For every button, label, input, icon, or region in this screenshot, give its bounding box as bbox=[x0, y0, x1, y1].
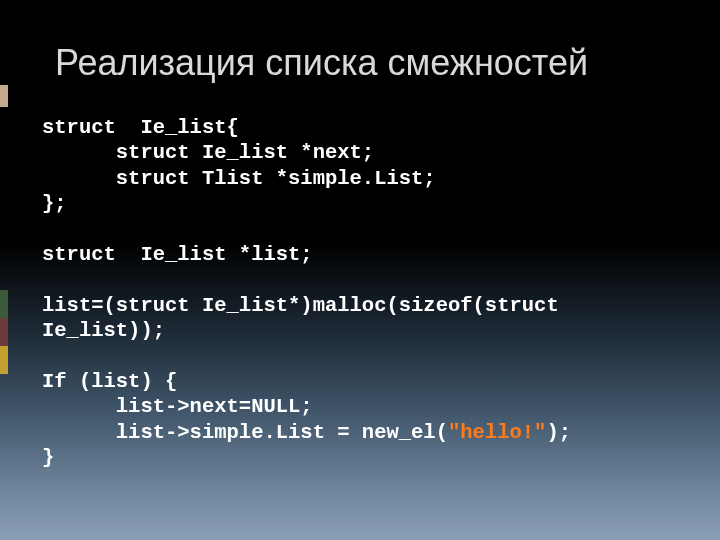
slide: Реализация списка смежностей struct Ie_l… bbox=[0, 0, 720, 540]
code-line: If (list) { bbox=[42, 370, 177, 393]
code-line: }; bbox=[42, 192, 67, 215]
code-line: list->next=NULL; bbox=[42, 395, 313, 418]
accent-seg-tan bbox=[0, 85, 8, 107]
slide-title: Реализация списка смежностей bbox=[55, 42, 690, 84]
code-line-part: ); bbox=[546, 421, 571, 444]
code-line: list=(struct Ie_list*)malloc(sizeof(stru… bbox=[42, 294, 559, 317]
code-line: } bbox=[42, 446, 54, 469]
code-block: struct Ie_list{ struct Ie_list *next; st… bbox=[42, 115, 690, 471]
accent-seg-green bbox=[0, 290, 8, 318]
string-literal: "hello!" bbox=[448, 421, 546, 444]
code-line: struct Ie_list{ bbox=[42, 116, 239, 139]
accent-seg-maroon bbox=[0, 318, 8, 346]
code-line: struct Ie_list *list; bbox=[42, 243, 313, 266]
code-line-part: list->simple.List = new_el( bbox=[42, 421, 448, 444]
accent-seg-gold bbox=[0, 346, 8, 374]
left-accent-bar bbox=[0, 0, 20, 540]
code-line: struct Tlist *simple.List; bbox=[42, 167, 436, 190]
code-line: Ie_list)); bbox=[42, 319, 165, 342]
code-line: struct Ie_list *next; bbox=[42, 141, 374, 164]
